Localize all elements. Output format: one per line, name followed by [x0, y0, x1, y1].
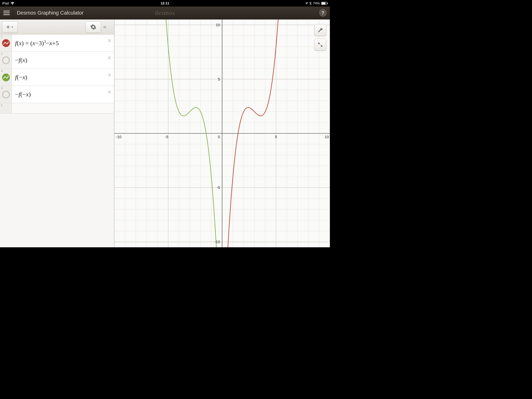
row-index: 3 [0, 69, 3, 72]
expression-row-empty[interactable]: 5 [0, 103, 114, 114]
svg-text:-10: -10 [116, 135, 122, 139]
svg-text:-5: -5 [165, 135, 168, 139]
wifi-icon [10, 2, 15, 5]
color-toggle[interactable] [2, 39, 10, 47]
expression-list: 1 f(x) = (x−3)3−x+5 × 2 [0, 35, 114, 247]
plus-icon: + [6, 23, 10, 31]
wave-icon [3, 40, 9, 46]
row-index: 4 [0, 86, 3, 90]
delete-expression-button[interactable]: × [108, 54, 111, 62]
app-header: Desmos Graphing Calculator desmos ? [0, 6, 330, 19]
sidebar-toolbar: +▼ « [0, 19, 114, 35]
row-index: 1 [0, 35, 3, 38]
svg-rect-3 [3, 11, 10, 11]
clock: 12:11 [161, 1, 169, 5]
app-title: Desmos Graphing Calculator [13, 10, 84, 16]
wrench-icon [317, 27, 323, 33]
location-icon [305, 2, 308, 5]
settings-button[interactable] [85, 21, 101, 33]
menu-button[interactable] [0, 6, 13, 19]
device-label: iPad [2, 1, 9, 5]
svg-rect-5 [3, 14, 10, 15]
svg-rect-2 [327, 3, 328, 4]
svg-text:10: 10 [324, 135, 329, 139]
svg-text:5: 5 [218, 77, 220, 81]
chevron-down-icon: ▼ [11, 25, 14, 29]
expand-button[interactable] [314, 39, 326, 51]
delete-expression-button[interactable]: × [108, 88, 111, 96]
graph-area[interactable]: -10-50510105-5-10 [114, 19, 330, 247]
svg-text:5: 5 [275, 135, 277, 139]
svg-text:-10: -10 [214, 240, 220, 244]
svg-rect-4 [3, 12, 10, 13]
color-toggle[interactable] [2, 74, 10, 81]
bluetooth-icon [309, 2, 312, 5]
svg-rect-1 [322, 2, 325, 4]
expression-row[interactable]: 4 −f(−x) × [0, 86, 114, 103]
brand-logo: desmos [155, 9, 175, 16]
ios-status-bar: iPad 12:11 74% [0, 0, 330, 6]
graph-canvas[interactable]: -10-50510105-5-10 [114, 19, 330, 247]
add-expression-button[interactable]: +▼ [2, 21, 18, 33]
gear-icon [90, 24, 96, 30]
delete-expression-button[interactable]: × [108, 37, 111, 45]
row-index: 5 [0, 103, 3, 107]
svg-text:-5: -5 [217, 185, 220, 190]
expression-text[interactable]: f(x) = (x−3)3−x+5 [12, 36, 114, 50]
svg-text:10: 10 [216, 23, 220, 27]
color-toggle[interactable] [2, 91, 10, 98]
collapse-sidebar-button[interactable]: « [103, 24, 112, 30]
graph-settings-button[interactable] [314, 24, 326, 36]
help-button[interactable]: ? [319, 9, 327, 17]
expression-row[interactable]: 3 f(−x) × [0, 69, 114, 86]
expression-text[interactable]: −f(−x) [12, 87, 114, 102]
expand-icon [318, 42, 323, 47]
expression-text[interactable]: −f(x) [12, 53, 114, 67]
expression-row[interactable]: 2 −f(x) × [0, 52, 114, 69]
expression-row[interactable]: 1 f(x) = (x−3)3−x+5 × [0, 35, 114, 52]
row-index: 2 [0, 52, 3, 55]
chevron-left-double-icon: « [103, 24, 106, 30]
wave-icon [3, 75, 9, 80]
delete-expression-button[interactable]: × [108, 71, 111, 79]
expression-sidebar: +▼ « 1 [0, 19, 114, 247]
expression-text[interactable]: f(−x) [12, 70, 114, 84]
battery-icon [321, 2, 328, 5]
svg-text:0: 0 [218, 135, 220, 139]
color-toggle[interactable] [2, 56, 10, 64]
battery-percent: 74% [313, 1, 320, 5]
